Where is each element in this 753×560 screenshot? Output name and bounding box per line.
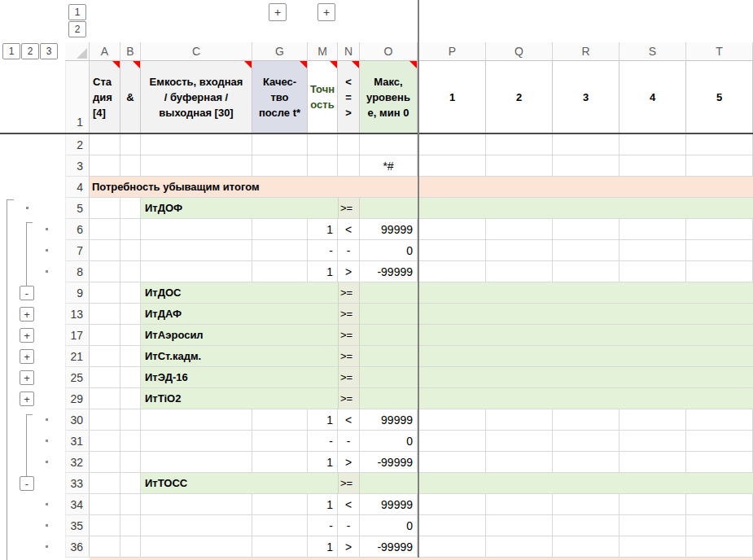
- cell-O-13[interactable]: [360, 304, 418, 325]
- outline-toggle-row-29[interactable]: +: [20, 392, 34, 406]
- column-expand-button-1[interactable]: +: [269, 3, 287, 21]
- header-cell-O1[interactable]: Макс, уровень е, мин 0: [360, 61, 418, 133]
- row-header-25[interactable]: 25: [65, 367, 90, 388]
- cell-A-13[interactable]: [90, 304, 120, 325]
- header-cell-M1[interactable]: Точн ость: [308, 61, 338, 133]
- row-header-13[interactable]: 13: [65, 304, 90, 325]
- outline-toggle-row-21[interactable]: +: [20, 349, 34, 364]
- cell-N-5[interactable]: >=: [338, 198, 360, 219]
- cell-T-34[interactable]: [686, 494, 753, 515]
- cell-M-2[interactable]: [308, 134, 338, 155]
- cell-B-31[interactable]: [120, 431, 141, 452]
- header-cell-N1[interactable]: < = >: [338, 61, 360, 133]
- column-header-R[interactable]: R: [553, 42, 619, 61]
- row-header-29[interactable]: 29: [65, 388, 90, 409]
- cell-G-7[interactable]: [252, 240, 308, 261]
- cell-Q-34[interactable]: [486, 494, 553, 515]
- cell-C-13[interactable]: ИтДАФ: [141, 304, 338, 325]
- cell-M-3[interactable]: [308, 155, 338, 177]
- cell-S-36[interactable]: [619, 536, 686, 558]
- cell-N-36[interactable]: >: [338, 536, 360, 558]
- column-header-M[interactable]: M: [308, 42, 338, 61]
- cell-B-29[interactable]: [120, 388, 141, 409]
- cell-O-35[interactable]: 0: [360, 515, 418, 536]
- cell-R-34[interactable]: [553, 494, 619, 515]
- cell-C-29[interactable]: ИтTiO2: [141, 388, 338, 409]
- cell-C-32[interactable]: [141, 452, 252, 473]
- column-header-S[interactable]: S: [619, 42, 686, 61]
- cell-M-6[interactable]: 1: [308, 219, 338, 240]
- cell-Q-36[interactable]: [486, 536, 553, 558]
- cell-G-30[interactable]: [252, 409, 308, 431]
- cell-N-30[interactable]: <: [338, 409, 360, 431]
- cell-Q-31[interactable]: [486, 431, 553, 452]
- cell-A-8[interactable]: [90, 261, 120, 282]
- cell-M-36[interactable]: 1: [308, 536, 338, 558]
- cell-N-32[interactable]: >: [338, 452, 360, 473]
- cell-R-8[interactable]: [553, 261, 619, 282]
- cell-R-7[interactable]: [553, 240, 619, 261]
- cell-O-31[interactable]: 0: [360, 431, 418, 452]
- cell-S-32[interactable]: [619, 452, 686, 473]
- cell-N-13[interactable]: >=: [338, 304, 360, 325]
- cell-G-32[interactable]: [252, 452, 308, 473]
- cell-P-8[interactable]: [419, 261, 486, 282]
- header-cell-S1[interactable]: 4: [619, 61, 686, 133]
- row-header-36[interactable]: 36: [65, 536, 90, 558]
- cell-O-21[interactable]: [360, 346, 418, 367]
- cell-G-31[interactable]: [252, 431, 308, 452]
- cell-T-7[interactable]: [686, 240, 753, 261]
- cell-N-2[interactable]: [338, 134, 360, 155]
- column-header-P[interactable]: P: [419, 42, 486, 61]
- cell-C-9[interactable]: ИтДОС: [141, 282, 338, 304]
- cell-B-25[interactable]: [120, 367, 141, 388]
- cell-A-34[interactable]: [90, 494, 120, 515]
- cell-P-31[interactable]: [419, 431, 486, 452]
- cells-P-T-33[interactable]: [419, 473, 753, 494]
- header-cell-C1[interactable]: Емкость, входная / буферная / выходная […: [141, 61, 252, 133]
- column-header-T[interactable]: T: [686, 42, 753, 61]
- cell-B-32[interactable]: [120, 452, 141, 473]
- cell-O-36[interactable]: -99999: [360, 536, 418, 558]
- outline-toggle-row-17[interactable]: +: [20, 328, 34, 343]
- cell-R-3[interactable]: [553, 155, 619, 177]
- cell-N-31[interactable]: -: [338, 431, 360, 452]
- cell-A-3[interactable]: [90, 155, 120, 177]
- cell-G-35[interactable]: [252, 515, 308, 536]
- cell-T-30[interactable]: [686, 409, 753, 431]
- cell-Q-35[interactable]: [486, 515, 553, 536]
- cell-R-35[interactable]: [553, 515, 619, 536]
- cell-C-3[interactable]: [141, 155, 252, 177]
- cell-M-35[interactable]: -: [308, 515, 338, 536]
- cell-R-31[interactable]: [553, 431, 619, 452]
- cell-N-33[interactable]: >=: [338, 473, 360, 494]
- cells-P-T-29[interactable]: [419, 388, 753, 409]
- cell-S-2[interactable]: [619, 134, 686, 155]
- header-cell-T1[interactable]: 5: [686, 61, 753, 133]
- cells-P-T-25[interactable]: [419, 367, 753, 388]
- cells-P-T-9[interactable]: [419, 282, 753, 304]
- cells-P-T-5[interactable]: [419, 198, 753, 219]
- cell-B-35[interactable]: [120, 515, 141, 536]
- cell-A-29[interactable]: [90, 388, 120, 409]
- cell-P-35[interactable]: [419, 515, 486, 536]
- column-header-C[interactable]: C: [141, 42, 252, 61]
- cell-O-33[interactable]: [360, 473, 418, 494]
- cell-O-17[interactable]: [360, 325, 418, 346]
- cell-N-9[interactable]: >=: [338, 282, 360, 304]
- row-outline-level-3-button[interactable]: 3: [40, 43, 58, 59]
- row-outline-level-1-button[interactable]: 1: [2, 43, 20, 59]
- cell-B-6[interactable]: [120, 219, 141, 240]
- column-header-A[interactable]: A: [90, 42, 120, 61]
- cell-M-34[interactable]: 1: [308, 494, 338, 515]
- row-header-3[interactable]: 3: [65, 155, 90, 177]
- cell-R-6[interactable]: [553, 219, 619, 240]
- cell-G-6[interactable]: [252, 219, 308, 240]
- cell-P-2[interactable]: [419, 134, 486, 155]
- column-header-B[interactable]: B: [120, 42, 141, 61]
- cell-C-33[interactable]: ИтТОСС: [141, 473, 338, 494]
- cell-T-32[interactable]: [686, 452, 753, 473]
- cell-N-35[interactable]: -: [338, 515, 360, 536]
- row-header-5[interactable]: 5: [65, 198, 90, 219]
- cell-C-34[interactable]: [141, 494, 252, 515]
